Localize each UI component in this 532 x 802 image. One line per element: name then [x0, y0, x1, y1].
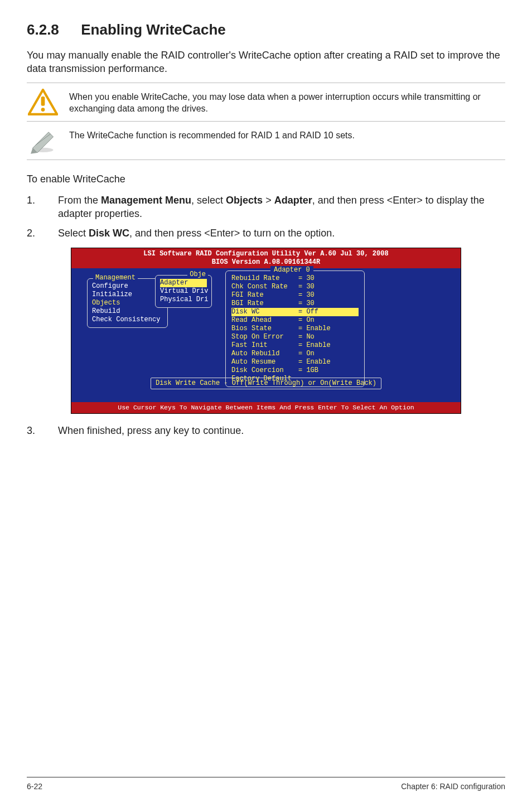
- bios-body: Management Configure Initialize Objects …: [71, 268, 461, 402]
- adapter-properties-panel: Adapter 0 Rebuild Rate= 30 Chk Const Rat…: [225, 270, 365, 387]
- step-text: When finished, press any key to continue…: [58, 424, 505, 437]
- step-number: 1.: [27, 194, 42, 221]
- steps-list: 1. From the Management Menu, select Obje…: [27, 194, 505, 240]
- warning-callout: When you enable WriteCache, you may lose…: [27, 83, 505, 122]
- objects-item-adapter: Adapter: [160, 279, 207, 287]
- svg-rect-1: [41, 96, 45, 106]
- subhead: To enable WriteCache: [27, 172, 505, 186]
- step-3: 3. When finished, press any key to conti…: [27, 424, 505, 437]
- section-heading: 6.2.8 Enabling WriteCache: [27, 20, 505, 40]
- bios-title-line1: LSI Software RAID Configuration Utility …: [71, 250, 461, 258]
- warning-text: When you enable WriteCache, you may lose…: [69, 89, 502, 115]
- adapter-row: Rebuild Rate= 30: [231, 274, 359, 283]
- adapter-factory-default: Factory Default: [231, 375, 359, 383]
- mgmt-item-objects: Objects: [92, 299, 163, 307]
- note-text: The WriteCache function is recommended f…: [69, 127, 502, 142]
- adapter-row: Disk Coercion= 1GB: [231, 366, 359, 375]
- mgmt-item: Initialize: [92, 291, 163, 299]
- mgmt-item: Configure: [92, 282, 163, 291]
- bios-footer: Use Cursor Keys To Navigate Between Item…: [71, 402, 461, 413]
- mgmt-item: Check Consistency: [92, 316, 163, 324]
- adapter-row: BGI Rate= 30: [231, 299, 359, 308]
- bios-title-line2: BIOS Version A.08.09161344R: [71, 258, 461, 267]
- warning-icon: [28, 89, 58, 115]
- step-number: 3.: [27, 424, 42, 437]
- adapter-row: Stop On Error= No: [231, 333, 359, 341]
- steps-list-continued: 3. When finished, press any key to conti…: [27, 424, 505, 437]
- bios-screenshot: LSI Software RAID Configuration Utility …: [71, 248, 461, 414]
- adapter-row: Auto Resume= Enable: [231, 358, 359, 366]
- step-text: Select Disk WC, and then press <Enter> t…: [58, 226, 505, 240]
- section-number: 6.2.8: [27, 20, 77, 40]
- adapter-row: Auto Rebuild= On: [231, 350, 359, 358]
- step-2: 2. Select Disk WC, and then press <Enter…: [27, 226, 505, 240]
- adapter-row: Read Ahead= On: [231, 316, 359, 325]
- note-pencil-icon: [28, 127, 58, 154]
- bios-header: LSI Software RAID Configuration Utility …: [71, 248, 461, 268]
- step-number: 2.: [27, 226, 42, 240]
- adapter-title: Adapter 0: [270, 266, 313, 274]
- svg-point-2: [41, 108, 45, 112]
- objects-submenu-label: Obje: [187, 270, 208, 279]
- intro-paragraph: You may manually enable the RAID control…: [27, 49, 505, 76]
- management-menu-label: Management: [93, 274, 138, 282]
- adapter-row: Fast Init= Enable: [231, 341, 359, 350]
- section-title: Enabling WriteCache: [81, 21, 226, 38]
- adapter-row-disk-wc: Disk WC= Off: [231, 308, 359, 316]
- mgmt-item: Rebuild: [92, 307, 163, 316]
- adapter-row: Bios State= Enable: [231, 325, 359, 333]
- step-text: From the Management Menu, select Objects…: [58, 194, 505, 221]
- objects-item: Virtual Driv: [160, 287, 207, 296]
- note-callout: The WriteCache function is recommended f…: [27, 122, 505, 160]
- adapter-row: FGI Rate= 30: [231, 291, 359, 299]
- adapter-row: Chk Const Rate= 30: [231, 283, 359, 291]
- objects-item: Physical Dri: [160, 296, 207, 304]
- step-1: 1. From the Management Menu, select Obje…: [27, 194, 505, 221]
- objects-submenu-panel: Obje Adapter Virtual Driv Physical Dri: [155, 275, 212, 308]
